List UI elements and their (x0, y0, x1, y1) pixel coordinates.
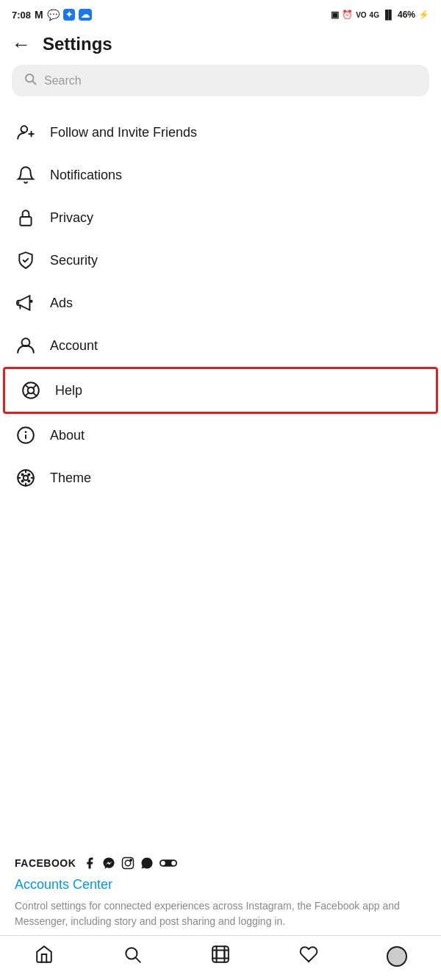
svg-line-13 (25, 393, 29, 396)
volte-icon: VO (356, 11, 366, 19)
svg-point-25 (130, 859, 132, 861)
svg-point-20 (28, 474, 29, 476)
search-nav-icon (123, 945, 142, 968)
svg-rect-5 (20, 217, 31, 226)
ads-label: Ads (50, 296, 73, 311)
follow-label: Follow and Invite Friends (50, 125, 197, 140)
info-icon (15, 424, 37, 446)
megaphone-icon (15, 292, 37, 314)
privacy-label: Privacy (50, 210, 93, 226)
gmail-icon: M (35, 9, 43, 21)
svg-point-22 (22, 480, 24, 482)
status-bar: 7:08 M 💬 ✦ ☁ ▣ ⏰ VO 4G ▐▌ 46% ⚡ (0, 0, 441, 26)
charging-icon: ⚡ (418, 10, 429, 20)
battery-text: 46% (398, 10, 415, 20)
nav-search[interactable] (115, 943, 150, 970)
search-bar[interactable]: Search (12, 65, 429, 96)
settings-item-privacy[interactable]: Privacy (0, 196, 441, 239)
profile-avatar (387, 946, 407, 967)
palette-icon (15, 467, 37, 489)
meta-icon (159, 858, 177, 868)
header: ← Settings (0, 26, 441, 65)
svg-point-24 (126, 860, 132, 866)
settings-list: Follow and Invite Friends Notifications … (0, 108, 441, 845)
whatsapp-icon: 💬 (47, 9, 60, 21)
svg-rect-31 (212, 946, 229, 962)
search-container: Search (0, 65, 441, 108)
svg-rect-32 (217, 951, 225, 959)
facebook-icon (83, 856, 96, 870)
app-icon-blue2: ☁ (79, 9, 92, 21)
account-label: Account (50, 338, 98, 354)
shield-icon (15, 249, 37, 271)
nav-profile[interactable] (379, 943, 415, 970)
alarm-icon: ⏰ (342, 10, 353, 20)
facebook-brand-icons (83, 856, 177, 870)
nav-activity[interactable] (291, 943, 326, 970)
accounts-center-link[interactable]: Accounts Center (15, 877, 426, 893)
settings-item-help[interactable]: Help (3, 367, 438, 414)
svg-point-6 (31, 301, 32, 302)
status-time: 7:08 (12, 10, 31, 21)
bell-icon (15, 164, 37, 186)
accounts-center-description: Control settings for connected experienc… (15, 898, 426, 929)
help-label: Help (55, 383, 82, 398)
home-icon (35, 945, 54, 968)
svg-line-1 (32, 81, 35, 84)
svg-point-21 (28, 480, 29, 482)
page-title: Settings (43, 34, 112, 54)
settings-item-notifications[interactable]: Notifications (0, 154, 441, 196)
instagram-icon (121, 856, 135, 870)
about-label: About (50, 428, 85, 443)
nav-home[interactable] (26, 943, 62, 970)
svg-point-2 (21, 126, 28, 132)
status-right: ▣ ⏰ VO 4G ▐▌ 46% ⚡ (331, 10, 429, 20)
person-icon (15, 335, 37, 357)
notifications-label: Notifications (50, 168, 122, 183)
settings-item-follow[interactable]: Follow and Invite Friends (0, 111, 441, 154)
settings-item-security[interactable]: Security (0, 239, 441, 282)
lock-icon (15, 207, 37, 229)
svg-point-18 (24, 476, 29, 481)
back-button[interactable]: ← (12, 35, 31, 54)
lifebuoy-icon (20, 379, 42, 401)
facebook-section: FACEBOOK (0, 845, 441, 935)
network-4g-icon: 4G (370, 11, 379, 19)
facebook-header: FACEBOOK (15, 856, 426, 870)
svg-rect-28 (172, 861, 176, 865)
follow-icon (15, 121, 37, 143)
status-left: 7:08 M 💬 ✦ ☁ (12, 9, 92, 21)
svg-line-30 (136, 958, 140, 962)
theme-label: Theme (50, 471, 91, 486)
search-icon (24, 72, 37, 89)
svg-line-12 (33, 385, 37, 388)
whatsapp-icon (140, 856, 154, 870)
app-icon-blue1: ✦ (63, 9, 75, 21)
reels-icon (211, 945, 230, 968)
vibrate-icon: ▣ (331, 10, 339, 20)
svg-rect-27 (161, 861, 165, 865)
settings-item-account[interactable]: Account (0, 324, 441, 367)
search-placeholder-text: Search (44, 74, 82, 87)
facebook-section-label: FACEBOOK (15, 857, 76, 869)
settings-item-about[interactable]: About (0, 414, 441, 457)
settings-item-ads[interactable]: Ads (0, 282, 441, 324)
security-label: Security (50, 253, 98, 268)
svg-line-10 (25, 385, 29, 388)
bottom-nav (0, 935, 441, 980)
svg-line-11 (33, 393, 37, 396)
nav-reels[interactable] (203, 943, 238, 970)
svg-point-19 (22, 474, 24, 476)
settings-item-theme[interactable]: Theme (0, 457, 441, 499)
heart-icon (299, 945, 318, 968)
signal-icon: ▐▌ (382, 10, 395, 20)
messenger-icon (102, 856, 115, 870)
